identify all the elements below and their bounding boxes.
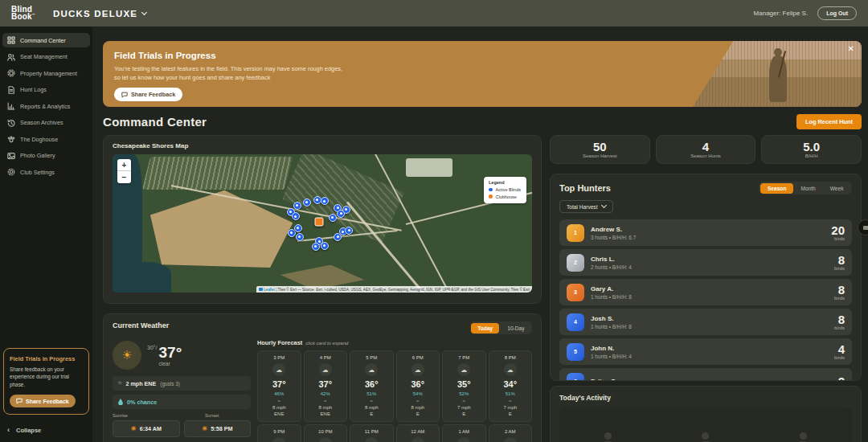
map-water xyxy=(113,262,171,293)
bar-chart-icon xyxy=(7,102,15,110)
sidebar-item-seat-management[interactable]: Seat Management xyxy=(2,50,90,64)
hour-card[interactable]: 12 AM ☁ xyxy=(396,424,440,442)
log-out-button[interactable]: Log Out xyxy=(817,6,857,20)
wind-icon: ≈ xyxy=(399,399,438,403)
banner-share-feedback-button[interactable]: Share Feedback xyxy=(114,88,182,101)
wind-value: 2 mph ENE xyxy=(125,380,156,387)
hunter-row[interactable]: 6 Felipe S. 2 xyxy=(559,368,852,381)
wind-icon: ≈ xyxy=(444,399,484,403)
cloud-icon: ☁ xyxy=(457,363,470,376)
filter-value: Total Harvest xyxy=(567,204,597,210)
harvest-filter-dropdown[interactable]: Total Harvest xyxy=(559,200,613,213)
sidebar-collapse-button[interactable]: ‹ Collapse xyxy=(2,423,90,437)
banner-share-feedback-label: Share Feedback xyxy=(131,91,175,98)
blind-marker[interactable] xyxy=(294,224,302,232)
sidebar-item-label: Hunt Logs xyxy=(20,86,47,93)
share-feedback-button[interactable]: Share Feedback xyxy=(10,395,76,407)
blind-marker[interactable] xyxy=(334,233,342,241)
hunter-row[interactable]: 3 Gary A. 1 hunts • B/H/H: 8 8 birds xyxy=(559,279,852,305)
chevron-left-icon: ‹ xyxy=(7,426,10,434)
blind-marker[interactable] xyxy=(321,197,329,205)
toggle-ten-day[interactable]: 10-Day xyxy=(501,323,530,334)
blind-marker[interactable] xyxy=(312,243,320,251)
blind-marker[interactable] xyxy=(293,202,301,210)
blind-marker[interactable] xyxy=(303,198,311,207)
birds-count: 8 xyxy=(834,254,845,266)
top-hunters-title: Top Hunters xyxy=(559,183,611,193)
tab-month[interactable]: Month xyxy=(793,183,822,194)
sidebar-item-the-doghouse[interactable]: The Doghouse xyxy=(2,132,90,146)
birds-unit: birds xyxy=(834,355,845,360)
hour-time: 8 PM xyxy=(491,355,530,360)
hour-card[interactable]: 10 PM ☁ xyxy=(304,424,348,442)
hunter-row[interactable]: 5 John N. 1 hunts • B/H/H: 4 4 birds xyxy=(559,338,852,365)
rank-badge: 6 xyxy=(567,373,584,382)
blind-marker[interactable] xyxy=(345,227,353,235)
hour-card[interactable]: 7 PM ☁ 35° 52% ≈ 7 mph E xyxy=(442,350,486,422)
zoom-in-button[interactable]: + xyxy=(117,159,131,171)
club-selector[interactable]: DUCKS DELUXE xyxy=(53,9,146,18)
hunter-name: Chris L. xyxy=(591,256,828,263)
rank-badge: 4 xyxy=(567,313,584,331)
hour-card[interactable]: 2 AM ☁ xyxy=(489,424,533,442)
blind-marker[interactable] xyxy=(321,242,329,250)
activity-placeholder-box xyxy=(559,407,852,442)
hour-time: 1 AM xyxy=(444,429,484,434)
sidebar-item-season-archives[interactable]: Season Archives xyxy=(2,116,90,130)
leaflet-link[interactable]: Leaflet xyxy=(264,288,275,292)
hunter-name: Gary A. xyxy=(591,285,828,293)
hunter-row[interactable]: 4 Josh S. 1 hunts • B/H/H: 8 8 birds xyxy=(559,309,852,335)
sidebar-item-label: Command Center xyxy=(20,37,66,44)
hour-card[interactable]: 4 PM ☁ 37° 42% ≈ 8 mph ENE xyxy=(304,350,348,422)
tab-season[interactable]: Season xyxy=(760,183,793,194)
blind-marker[interactable] xyxy=(296,233,304,241)
hour-card[interactable]: 6 PM ☁ 36° 54% ≈ 8 mph E xyxy=(396,350,440,422)
log-recent-hunt-button[interactable]: Log Recent Hunt xyxy=(796,114,862,129)
sunrise-icon: ☀ xyxy=(131,425,137,432)
hour-card[interactable]: 8 PM ☁ 34° 51% ≈ 7 mph E xyxy=(489,350,533,422)
hour-chance: 54% xyxy=(399,391,438,396)
hour-time: 12 AM xyxy=(399,429,438,434)
logo-tm: ™ xyxy=(32,13,35,17)
sidebar-item-command-center[interactable]: Command Center xyxy=(2,33,90,47)
hunter-row[interactable]: 1 Andrew S. 3 hunts • B/H/H: 6.7 20 bird… xyxy=(559,219,852,246)
birds-count: 8 xyxy=(834,313,845,325)
sidebar-item-reports-analytics[interactable]: Reports & Analytics xyxy=(2,99,90,113)
rank-badge: 1 xyxy=(567,224,584,242)
sidebar-item-photo-gallery[interactable]: Photo Gallery xyxy=(2,149,90,163)
blind-marker[interactable] xyxy=(337,210,345,218)
hour-wind-dir: E xyxy=(444,411,484,417)
hour-temp: 36° xyxy=(352,379,391,389)
weather-card: Current Weather Today 10-Day ☀ 30°/ xyxy=(103,313,542,442)
hour-chance: 51% xyxy=(352,391,391,396)
blind-marker[interactable] xyxy=(292,212,300,220)
sidebar-item-label: Photo Gallery xyxy=(20,152,55,159)
sidebar-item-hunt-logs[interactable]: Hunt Logs xyxy=(2,83,90,97)
stat-label: B/H/H xyxy=(762,153,861,158)
hour-card[interactable]: 5 PM ☁ 36° 51% ≈ 8 mph E xyxy=(350,350,394,422)
hour-time: 3 PM xyxy=(260,355,299,360)
zoom-out-button[interactable]: − xyxy=(117,171,131,183)
sidebar-item-club-settings[interactable]: Club Settings xyxy=(2,165,90,179)
droplet-icon xyxy=(118,399,123,405)
sidebar-item-property-management[interactable]: Property Management xyxy=(2,66,90,80)
toggle-today[interactable]: Today xyxy=(471,323,499,334)
activity-placeholder xyxy=(592,432,625,442)
blind-marker[interactable] xyxy=(329,214,337,222)
hour-card[interactable]: 11 PM ☁ xyxy=(350,424,394,442)
condition-label: clear xyxy=(159,361,182,366)
trial-card-title: Field Trials in Progress xyxy=(10,355,83,362)
hour-card[interactable]: 1 AM ☁ xyxy=(442,424,486,442)
satellite-map[interactable]: + − Legend Active Blinds Clubhouse xyxy=(113,154,532,293)
hour-card[interactable]: 3 PM ☁ 37° 46% ≈ 8 mph ENE xyxy=(257,350,301,422)
clubhouse-marker[interactable] xyxy=(315,218,324,227)
side-panel-handle[interactable] xyxy=(858,219,868,235)
hour-wind: 7 mph xyxy=(491,404,530,411)
tab-week[interactable]: Week xyxy=(823,183,851,194)
banner-close-icon[interactable]: ✕ xyxy=(848,45,854,53)
sidebar-item-label: Season Archives xyxy=(20,119,63,126)
stat-season-hunts: 4 Season Hunts xyxy=(656,135,756,164)
hour-card[interactable]: 9 PM ☁ xyxy=(257,424,301,442)
hunter-row[interactable]: 2 Chris L. 2 hunts • B/H/H: 4 8 birds xyxy=(559,249,852,276)
cloud-icon: ☁ xyxy=(365,363,378,376)
